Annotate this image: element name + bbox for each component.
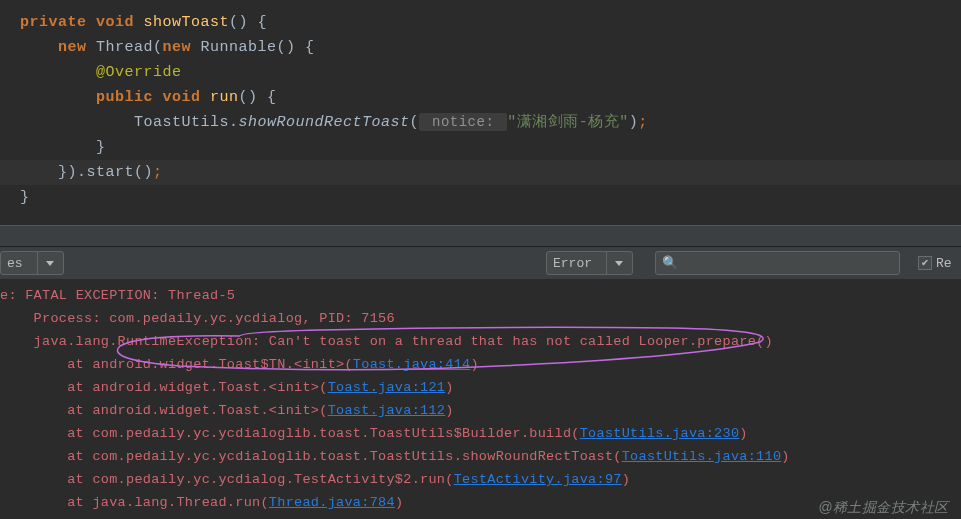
log-line: at java.lang.Thread.run(Thread.java:784) <box>0 491 961 514</box>
source-link[interactable]: ToastUtils.java:230 <box>580 426 740 441</box>
checkbox-label: Re <box>936 256 952 271</box>
logcat-toolbar: es Error 🔍 ✔ Re <box>0 247 961 280</box>
checkbox-icon: ✔ <box>918 256 932 270</box>
code-line: private void showToast() { <box>20 10 961 35</box>
source-link[interactable]: Thread.java:784 <box>269 495 395 510</box>
source-link[interactable]: Toast.java:414 <box>353 357 471 372</box>
code-line: ToastUtils.showRoundRectToast( notice: "… <box>20 110 961 135</box>
dropdown-arrow-icon[interactable] <box>37 252 59 274</box>
code-editor[interactable]: private void showToast() { new Thread(ne… <box>0 0 961 225</box>
source-link[interactable]: ToastUtils.java:110 <box>622 449 782 464</box>
log-line: at com.pedaily.yc.ycdialoglib.toast.Toas… <box>0 445 961 468</box>
regex-checkbox[interactable]: ✔ Re <box>918 256 952 271</box>
log-line: Process: com.pedaily.yc.ycdialog, PID: 7… <box>0 307 961 330</box>
search-icon: 🔍 <box>662 255 678 271</box>
code-line: @Override <box>20 60 961 85</box>
log-line: at com.pedaily.yc.ycdialog.TestActivity$… <box>0 468 961 491</box>
log-line: at android.widget.Toast.<init>(Toast.jav… <box>0 399 961 422</box>
panel-separator <box>0 225 961 247</box>
log-line: at android.widget.Toast.<init>(Toast.jav… <box>0 376 961 399</box>
source-link[interactable]: Toast.java:121 <box>328 380 446 395</box>
code-line: public void run() { <box>20 85 961 110</box>
param-hint: notice: <box>419 113 507 131</box>
log-line: e: FATAL EXCEPTION: Thread-5 <box>0 284 961 307</box>
source-link[interactable]: TestActivity.java:97 <box>454 472 622 487</box>
source-link[interactable]: Toast.java:112 <box>328 403 446 418</box>
code-line: } <box>20 135 961 160</box>
log-line: at android.widget.Toast$TN.<init>(Toast.… <box>0 353 961 376</box>
watermark: @稀土掘金技术社区 <box>818 499 949 517</box>
log-line: at com.pedaily.yc.ycdialoglib.toast.Toas… <box>0 422 961 445</box>
log-line: java.lang.RuntimeException: Can't toast … <box>0 330 961 353</box>
code-line: }).start(); <box>20 160 961 185</box>
search-input[interactable]: 🔍 <box>655 251 900 275</box>
code-line: new Thread(new Runnable() { <box>20 35 961 60</box>
logcat-output[interactable]: e: FATAL EXCEPTION: Thread-5 Process: co… <box>0 280 961 514</box>
dropdown-arrow-icon[interactable] <box>606 252 628 274</box>
code-line: } <box>20 185 961 210</box>
level-dropdown[interactable]: Error <box>546 251 633 275</box>
process-dropdown[interactable]: es <box>0 251 64 275</box>
